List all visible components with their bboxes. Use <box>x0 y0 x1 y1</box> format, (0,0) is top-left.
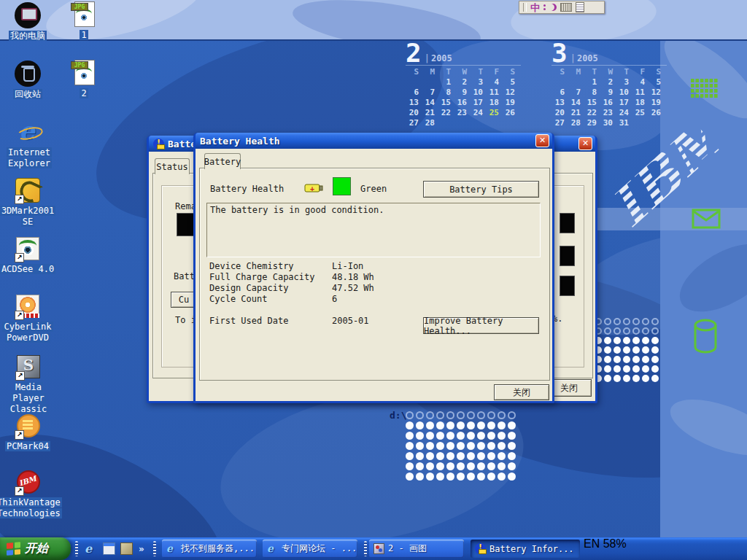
taskbar-button-ie[interactable]: e找不到服务器,... <box>162 540 257 558</box>
battery-tips-button[interactable]: Battery Tips <box>423 181 539 198</box>
calendar-day: 28 <box>422 118 438 128</box>
quicklaunch-ie-icon[interactable]: e <box>85 542 97 555</box>
calendar-day-header: W <box>600 67 616 77</box>
desktop-icon-label: ACDSee 4.0 <box>0 264 60 275</box>
calendar-day: 15 <box>584 98 600 108</box>
calendar-day: 14 <box>568 98 584 108</box>
improve-battery-health-button[interactable]: Improve Battery Health... <box>423 317 539 334</box>
ime-keyboard-icon[interactable] <box>560 3 572 12</box>
ime-settings-icon[interactable] <box>576 2 584 12</box>
close-icon[interactable]: ✕ <box>578 137 592 150</box>
calendar-day: 16 <box>454 98 470 108</box>
calendar-day: 20 <box>406 108 422 118</box>
desktop-icon-jpg-1[interactable]: JPG1 <box>52 1 116 41</box>
info-row: Design Capacity47.52 Wh <box>209 283 530 294</box>
taskbar-button-label: 找不到服务器,... <box>181 542 255 555</box>
desktop-icon-label: CyberLink PowerDVD <box>0 322 60 343</box>
calendar-day: 13 <box>406 98 422 108</box>
calendar-day: 10 <box>616 88 632 98</box>
wallpaper-calendar-3: 32005SMTWTFS1234567891011121314151617181… <box>551 42 667 128</box>
calendar-day: 22 <box>438 108 454 118</box>
desktop-icon-3dmark2001-se[interactable]: ↗3DMark2001 SE <box>0 177 60 228</box>
calendar-day: 8 <box>438 88 454 98</box>
start-label: 开始 <box>25 541 48 556</box>
calendar-day: 7 <box>568 88 584 98</box>
desktop-icon-my-computer[interactable]: 我的电脑 <box>0 2 60 42</box>
system-tray: EN 58% <box>584 537 747 560</box>
calendar-day-header: F <box>632 67 648 77</box>
taskbar-button-label: 2 - 画图 <box>388 542 427 555</box>
calendar-day: 1 <box>438 77 454 88</box>
calendar-day: 24 <box>616 108 632 118</box>
ime-grip[interactable] <box>523 3 527 12</box>
calendar-day: 5 <box>648 77 664 88</box>
quicklaunch-chevron[interactable]: » <box>139 544 144 554</box>
ime-fullwidth-icon[interactable] <box>549 4 557 11</box>
calendar-day: 18 <box>632 98 648 108</box>
ime-language-bar[interactable]: 中 <box>519 1 605 14</box>
desktop-icon-thinkvantage-technologies[interactable]: IBM↗ThinkVantage Technologies <box>0 469 60 519</box>
calendar-day <box>438 118 454 128</box>
quicklaunch-grip[interactable] <box>75 541 78 556</box>
desktop-icon-cyberlink-powerdvd[interactable]: ↗CyberLink PowerDVD <box>0 293 60 343</box>
desktop-icon-internet-explorer[interactable]: eInternet Explorer <box>0 119 61 169</box>
ime-chinese-mode-icon[interactable]: 中 <box>530 3 540 12</box>
calendar-day-header: F <box>486 67 502 77</box>
language-indicator[interactable]: EN <box>584 537 600 550</box>
taskbar-button-label: Battery Infor... <box>489 544 574 554</box>
3dmark2001-se-icon: ↗ <box>15 177 41 203</box>
taskband-grip[interactable] <box>364 541 367 556</box>
info-row: Device ChemistryLi-Ion <box>209 261 530 272</box>
calendar-day: 4 <box>632 77 648 88</box>
recycle-bin-icon <box>15 61 41 87</box>
battery-health-dialog[interactable]: Battery Health ✕ Battery Battery Health … <box>193 133 554 403</box>
close-button[interactable]: 关闭 <box>494 384 549 400</box>
calendar-day-header: S <box>502 67 518 77</box>
taskbar-button-paint[interactable]: 2 - 画图 <box>369 540 464 558</box>
info-row-spacer <box>209 305 530 316</box>
taskband-grip[interactable] <box>153 541 156 556</box>
info-row: Cycle Count6 <box>209 294 530 305</box>
desktop-icon-media-player-classic[interactable]: S↗Media Player Classic <box>0 354 61 415</box>
taskbar-button-battery[interactable]: Battery Infor... <box>471 540 580 558</box>
svg-text:+: + <box>310 184 314 192</box>
close-icon[interactable]: ✕ <box>535 134 549 147</box>
tab-battery[interactable]: Battery <box>204 153 241 169</box>
desktop-icon-acdsee-40[interactable]: ↗ACDSee 4.0 <box>0 236 60 275</box>
mail-icon <box>692 209 721 229</box>
calendar-year: 2005 <box>425 53 452 63</box>
show-desktop-icon[interactable] <box>120 542 133 555</box>
desktop-icon-label: Media Player Classic <box>0 382 61 415</box>
calendar-day: 9 <box>600 88 616 98</box>
calendar-day: 19 <box>502 98 518 108</box>
desktop-icon-jpg-2[interactable]: JPG2 <box>52 60 116 99</box>
calendar-day: 25 <box>632 108 648 118</box>
battery-cell-gauge <box>560 213 575 233</box>
desktop-icon-label: 2 <box>52 88 116 99</box>
condition-textbox[interactable]: The battery is in good condition. <box>206 203 541 257</box>
taskbar-button-label: 专门网论坛 - ... <box>282 542 357 555</box>
windows-logo-icon <box>7 542 20 556</box>
calendar-month: 3 <box>551 43 568 63</box>
ime-punctuation-icon[interactable] <box>543 4 546 10</box>
calendar-day: 3 <box>616 77 632 88</box>
battery-meter[interactable]: 58% <box>603 537 627 550</box>
battery-health-titlebar[interactable]: Battery Health ✕ <box>196 133 552 149</box>
quicklaunch-window-icon[interactable] <box>103 542 115 555</box>
desktop-icon-recycle-bin[interactable]: 回收站 <box>0 61 60 100</box>
acdsee-40-icon: ↗ <box>15 236 41 262</box>
calendar-day: 13 <box>551 98 568 108</box>
start-button[interactable]: 开始 <box>0 537 71 560</box>
media-player-classic-icon: S↗ <box>15 354 42 380</box>
calendar-day: 29 <box>584 118 600 128</box>
drive-label: d:\ <box>390 410 406 421</box>
calendar-day-header: T <box>584 67 600 77</box>
battery-health-title: Battery Health <box>200 136 535 147</box>
desktop-icon-pcmark04[interactable]: ↗PCMark04 <box>0 413 60 452</box>
battery-health-body: Battery Battery Health + Green Battery T… <box>196 149 552 401</box>
taskbar-button-ie[interactable]: e专门网论坛 - ... <box>263 540 357 558</box>
calendar-day: 11 <box>632 88 648 98</box>
calendar-day: 11 <box>486 88 502 98</box>
tab-status[interactable]: Status <box>155 158 190 174</box>
calendar-day: 23 <box>600 108 616 118</box>
